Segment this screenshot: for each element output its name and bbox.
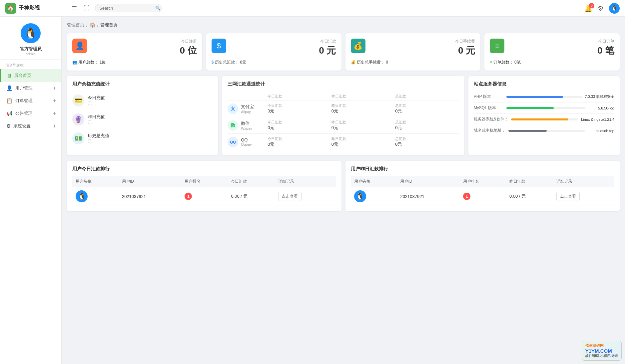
breadcrumb: 管理首页 / 🏠 / 管理首页 [67, 22, 620, 28]
sidebar-item-users[interactable]: 👤 用户管理 + [0, 82, 61, 94]
announcements-nav-icon: 📢 [6, 110, 13, 116]
expand-icon[interactable]: ⛶ [82, 3, 91, 13]
yesterday-ranking-title: 用户昨日汇款排行 [351, 166, 615, 172]
orders-plus-icon[interactable]: + [53, 98, 56, 104]
breadcrumb-sep2: / [97, 23, 99, 28]
sidebar-item-orders[interactable]: 📋 订单管理 + [0, 94, 61, 107]
yesterday-detail-button[interactable]: 点击查看 [556, 192, 580, 201]
search-input[interactable] [99, 6, 155, 11]
php-bar [506, 96, 563, 98]
yesterday-rank-badge: 1 [463, 193, 470, 200]
watermark-line1: 依依源码网 [585, 343, 618, 348]
table-row: 🐧 2021037921 1 0.00 / 元 点击查看 [72, 187, 336, 206]
sidebar-role: admin [26, 52, 36, 56]
qq-yesterday-lbl: 昨日汇款 [331, 136, 395, 141]
stat-header-register: 👤 今日注册 0 位 [72, 39, 197, 57]
order-footer-icon: ≡ [490, 60, 492, 65]
php-value: 7.0.33 非线程安全 [585, 94, 614, 99]
sidebar: 🐧 官方管理员 admin 后台导航栏 🖥 后台首页 👤 用户管理 + 📋 订单… [0, 17, 62, 364]
today-col-id: 用户ID [119, 176, 182, 187]
wechat-total: 总汇款 0元 [395, 120, 459, 131]
yesterday-col-detail: 详细记录 [553, 176, 614, 187]
fee-footer-icon: 💰 [351, 60, 356, 65]
today-detail-button[interactable]: 点击查看 [278, 192, 302, 201]
balance-stats-card: 用户余额充值统计 💳 今日充值 元 🔮 昨日充值 元 💵 [67, 76, 218, 155]
fee-footer-label: 历史总手续费： [357, 60, 385, 65]
domain-label: 域名或主机地址： [474, 128, 506, 133]
balance-today-icon: 💳 [72, 94, 84, 106]
fee-label-group: 今日手续费 0 元 [455, 39, 475, 57]
yesterday-row-detail: 点击查看 [553, 187, 614, 206]
mysql-bar-wrap [506, 107, 585, 109]
menu-icon[interactable]: ☰ [70, 3, 78, 13]
qq-today: 今日汇款 0元 [268, 136, 331, 147]
users-nav-icon: 👤 [6, 85, 13, 91]
balance-item-total: 💵 历史总充值 元 [72, 129, 213, 148]
breadcrumb-current: 管理首页 [100, 22, 118, 28]
os-label: 服务器系统&软件： [474, 116, 508, 122]
today-rank-header: 用户头像 用户ID 用户排名 今日汇款 详细记录 [72, 176, 336, 187]
sidebar-item-home[interactable]: 🖥 后台首页 [0, 69, 61, 82]
users-plus-icon[interactable]: + [53, 85, 56, 91]
wechat-total-lbl: 总汇款 [395, 120, 459, 125]
balance-total-label: 历史总充值 [88, 133, 109, 139]
today-row-id: 2021037921 [119, 187, 182, 206]
sidebar-username: 官方管理员 [20, 46, 42, 52]
server-row-os: 服务器系统&软件： Linux & nginx/1.21.4 [474, 114, 614, 125]
today-row-rank: 1 [181, 187, 228, 206]
qq-today-val: 0元 [268, 141, 331, 147]
order-value: 0 笔 [597, 44, 614, 57]
ranking-row: 用户今日汇款排行 用户头像 用户ID 用户排名 今日汇款 详细记录 [67, 161, 620, 211]
alipay-total: 总汇款 0元 [395, 103, 459, 114]
notification-badge: 0 [589, 3, 594, 8]
fee-icon: 💰 [351, 39, 365, 53]
sidebar-item-announcements[interactable]: 📢 公告管理 + [0, 107, 61, 120]
ch-yesterday-header: 昨日汇款 [331, 94, 395, 99]
today-col-detail: 详细记录 [275, 176, 336, 187]
balance-today-label: 今日充值 [88, 95, 105, 101]
payment-label-group: 今日汇款 0 元 [319, 39, 336, 57]
register-label: 今日注册 [180, 39, 197, 44]
yesterday-row-id: 2021037921 [397, 187, 460, 206]
channels-title: 三网汇款通道统计 [228, 81, 459, 87]
server-row-domain: 域名或主机地址： cs.qsdh.top [474, 125, 614, 136]
yesterday-row-amount: 0.00 / 元 [506, 187, 553, 206]
balance-yesterday-info: 昨日充值 元 [88, 114, 105, 125]
qq-icon: QQ [228, 137, 238, 147]
order-label-group: 今日订单 0 笔 [597, 39, 614, 57]
header-right: 🔔 0 ⚙ 🐧 [584, 3, 620, 14]
notification-icon[interactable]: 🔔 0 [584, 4, 592, 12]
stat-header-order: ≡ 今日订单 0 笔 [490, 39, 614, 57]
content-area: 管理首页 / 🏠 / 管理首页 👤 今日注册 0 位 👥 用户总数： [62, 17, 625, 364]
user-avatar-header[interactable]: 🐧 [609, 3, 620, 14]
search-icon[interactable]: 🔍 [155, 6, 161, 11]
mysql-label: MySQL 版本： [474, 105, 504, 111]
logo-icon: 🏠 [5, 3, 16, 14]
today-rank-table: 用户头像 用户ID 用户排名 今日汇款 详细记录 🐧 20210379 [72, 176, 336, 206]
wechat-name: 微信 Wxpay [241, 120, 268, 130]
logo-area: 🏠 千神影视 [5, 3, 67, 14]
header-controls: ☰ ⛶ 🔍 [70, 3, 162, 13]
order-footer: ≡ 订单总数： 0笔 [490, 60, 614, 65]
yesterday-col-rank: 用户排名 [460, 176, 506, 187]
watermark-line3: 软件/源码/小程序/游戏 [585, 354, 618, 358]
table-row: 🐧 2021037921 1 0.00 / 元 点击查看 [351, 187, 615, 206]
announcements-plus-icon[interactable]: + [53, 110, 56, 116]
home-nav-label: 后台首页 [14, 73, 56, 79]
today-col-avatar: 用户头像 [72, 176, 119, 187]
stat-card-order: ≡ 今日订单 0 笔 ≡ 订单总数： 0笔 [484, 33, 620, 71]
alipay-today-lbl: 今日汇款 [268, 103, 331, 108]
qq-name-label: QQ [241, 137, 268, 142]
balance-total-value: 元 [88, 139, 109, 144]
settings-icon[interactable]: ⚙ [598, 4, 604, 12]
php-label: PHP 版本： [474, 94, 504, 99]
settings-nav-label: 系统设置 [13, 123, 53, 129]
os-bar-wrap [511, 118, 578, 120]
server-info-card: 站点服务器信息 PHP 版本： 7.0.33 非线程安全 MySQL 版本： 5… [468, 76, 620, 155]
wechat-icon: 微 [228, 120, 238, 131]
sidebar-item-settings[interactable]: ⚙ 系统设置 + [0, 120, 61, 132]
balance-total-info: 历史总充值 元 [88, 133, 109, 144]
orders-nav-label: 订单管理 [15, 98, 53, 104]
payment-footer-value: 0元 [240, 60, 246, 65]
settings-plus-icon[interactable]: + [53, 123, 56, 129]
